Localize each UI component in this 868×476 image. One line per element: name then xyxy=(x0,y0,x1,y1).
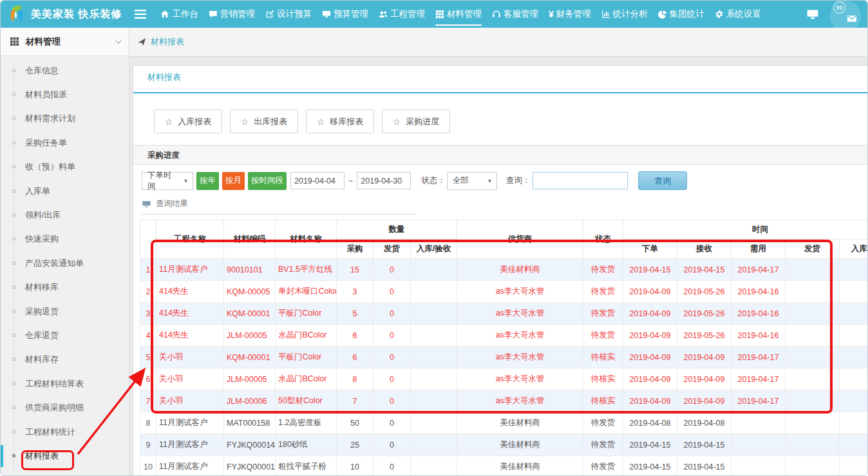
date-from-input[interactable] xyxy=(290,172,344,189)
sidebar-item[interactable]: 材料员指派 xyxy=(1,82,129,106)
sidebar-group-header[interactable]: 材料管理 xyxy=(1,28,129,56)
cell-row-number: 1 xyxy=(140,259,156,281)
sidebar-item[interactable]: 材料需求计划 xyxy=(1,107,129,131)
cell-status: 待发货 xyxy=(583,259,623,281)
cell-time-receive: 2019-05-26 xyxy=(677,281,731,303)
nav-item[interactable]: 工程管理 xyxy=(379,1,425,28)
sidebar-item-label: 仓库信息 xyxy=(25,65,59,77)
sidebar-item[interactable]: 材料库存 xyxy=(1,348,129,372)
cell-project: 414先生 xyxy=(156,303,224,325)
cell-ship: 0 xyxy=(373,303,411,325)
table-row[interactable]: 1 11月测试客户 90010101 BV1.5平方红线 15 0 美佳材料商 … xyxy=(140,259,868,281)
bullet-icon xyxy=(12,141,15,144)
navigation-pointer-icon xyxy=(137,37,146,46)
cell-material-code: JLM-00006 xyxy=(224,390,276,412)
nav-item[interactable]: 系统设置 xyxy=(715,1,761,28)
search-input[interactable] xyxy=(533,172,628,189)
cell-time-need: 2019-04-17 xyxy=(731,347,786,368)
sidebar-item[interactable]: 工程材料结算表 xyxy=(1,372,129,395)
table-row[interactable]: 2 414先生 KQM-00005 单封木哑口Color 3 0 as李大哥水管… xyxy=(140,281,868,303)
report-button[interactable]: ☆ 采购进度 xyxy=(382,109,450,133)
sidebar-item[interactable]: 产品安装通知单 xyxy=(1,251,129,275)
col-status: 状态 xyxy=(583,220,623,259)
tab-material-report[interactable]: 材料报表 xyxy=(146,71,182,92)
date-mode-button[interactable]: 按时间段 xyxy=(248,172,287,190)
nav-item-label: 工作台 xyxy=(172,8,198,20)
headset-icon xyxy=(492,10,501,19)
nav-item[interactable]: 工作台 xyxy=(160,1,198,28)
bullet-icon xyxy=(12,285,15,289)
cell-row-number: 5 xyxy=(140,347,156,368)
sidebar-item[interactable]: 入库单 xyxy=(1,179,129,203)
cell-status: 待核实 xyxy=(583,347,623,368)
nav-item[interactable]: 集团统计 xyxy=(658,1,704,28)
nav-item[interactable]: 材料管理 xyxy=(435,1,482,28)
nav-item[interactable]: 预算管理 xyxy=(322,1,368,28)
chevron-down-icon xyxy=(115,37,122,44)
sidebar-item[interactable]: 领料/出库 xyxy=(1,203,129,227)
panel-title: 采购进度 xyxy=(133,146,868,165)
date-mode-button[interactable]: 按月 xyxy=(222,172,245,190)
cell-material-code: KQM-00001 xyxy=(224,303,276,325)
table-row[interactable]: 5 关小羽 KQM-00001 平板门Color 6 0 as李大哥水管 待核实 xyxy=(140,347,868,368)
sidebar-item[interactable]: 工程材料统计 xyxy=(1,420,129,444)
sidebar: 材料管理 仓库信息 材料员指派 材料需求计划 xyxy=(1,28,129,475)
top-right-tools: 99 xyxy=(806,1,861,28)
table-row[interactable]: 7 关小羽 JLM-00006 50型材Color 7 0 as李大哥水管 待核… xyxy=(140,390,868,412)
order-time-select[interactable]: 下单时间 ▼ xyxy=(142,172,193,190)
cell-status: 待核实 xyxy=(583,368,623,390)
report-button[interactable]: ☆ 出库报表 xyxy=(230,109,298,133)
report-button[interactable]: ☆ 入库报表 xyxy=(154,109,222,133)
cell-ship: 0 xyxy=(373,434,411,456)
table-row[interactable]: 6 关小羽 JLM-00005 水晶门BColor 8 0 as李大哥水管 待核… xyxy=(140,368,868,390)
col-time-need: 需用 xyxy=(731,240,786,259)
cell-time-receive: 2019-04-09 xyxy=(677,347,731,368)
cell-material-name: 水晶门BColor xyxy=(276,325,337,347)
star-icon: ☆ xyxy=(393,117,401,126)
cell-ship: 0 xyxy=(373,368,411,390)
sidebar-item-label: 入库单 xyxy=(25,186,50,197)
sidebar-item[interactable]: 仓库退货 xyxy=(1,323,129,347)
user-messages[interactable]: 99 xyxy=(830,1,861,28)
table-row[interactable]: 4 414先生 JLM-00005 水晶门BColor 6 0 as李大哥水管 … xyxy=(140,325,868,347)
nav-item[interactable]: 营销管理 xyxy=(209,1,255,28)
cell-time-receive: 2019-04-09 xyxy=(677,390,731,412)
table-row[interactable]: 9 11月测试客户 FYJKQ00014 180砂纸 25 0 美佳材料商 待发… xyxy=(140,434,868,456)
sidebar-item[interactable]: 材料移库 xyxy=(1,276,129,300)
search-button[interactable]: 查询 xyxy=(638,171,687,190)
monitor-icon[interactable] xyxy=(806,8,820,21)
sidebar-item[interactable]: 采购退货 xyxy=(1,300,129,323)
table-row[interactable]: 8 11月测试客户 MAT000158 1.2高密度板 50 0 美佳材料商 待… xyxy=(140,412,868,434)
nav-item[interactable]: 设计预算 xyxy=(265,1,312,28)
cell-time-order: 2019-04-09 xyxy=(623,325,677,347)
date-mode-button[interactable]: 按年 xyxy=(196,172,219,190)
status-select[interactable]: 全部 ▼ xyxy=(447,172,497,190)
cell-time-order: 2019-04-09 xyxy=(623,281,677,303)
table-row[interactable]: 3 414先生 KQM-00001 平板门Color 5 0 as李大哥水管 待… xyxy=(140,303,868,325)
sidebar-item[interactable]: 供货商采购明细 xyxy=(1,395,129,419)
cell-material-code: MAT000158 xyxy=(224,412,276,434)
sidebar-item[interactable]: 收（预）料单 xyxy=(1,155,129,179)
table-row[interactable]: 10 11月测试客户 FYJKQ00001 粗找平腻子粉 10 0 美佳材料商 … xyxy=(140,456,868,476)
date-to-input[interactable] xyxy=(357,172,411,189)
sidebar-item[interactable]: 材料报表 xyxy=(1,444,129,468)
col-time-ship: 发货 xyxy=(786,240,840,259)
sidebar-item[interactable]: 仓库信息 xyxy=(1,59,129,82)
sidebar-item[interactable]: 采购任务单 xyxy=(1,131,129,155)
nav-item[interactable]: 统计分析 xyxy=(601,1,648,28)
cell-inspect xyxy=(411,325,457,347)
report-button[interactable]: ☆ 移库报表 xyxy=(306,109,374,133)
cell-time-in xyxy=(840,412,868,434)
bullet-icon xyxy=(12,237,15,240)
sidebar-item[interactable]: 快速采购 xyxy=(1,227,129,251)
bullet-icon xyxy=(12,69,15,72)
nav-item[interactable]: ¥ 财务管理 xyxy=(549,1,591,28)
menu-toggle-icon[interactable] xyxy=(135,10,146,19)
report-buttons: ☆ 入库报表 ☆ 出库报表 ☆ 移库报表 ☆ xyxy=(133,93,868,133)
col-ship: 发货 xyxy=(373,240,411,259)
nav-item[interactable]: 客服管理 xyxy=(492,1,538,28)
cell-project: 关小羽 xyxy=(156,347,224,368)
table-header: 工程名称 材料编码 材料名称 数量 供货商 状态 时间 采购 发货 xyxy=(140,220,868,259)
breadcrumb-label[interactable]: 材料报表 xyxy=(151,36,184,48)
cell-material-name: 50型材Color xyxy=(276,390,337,412)
